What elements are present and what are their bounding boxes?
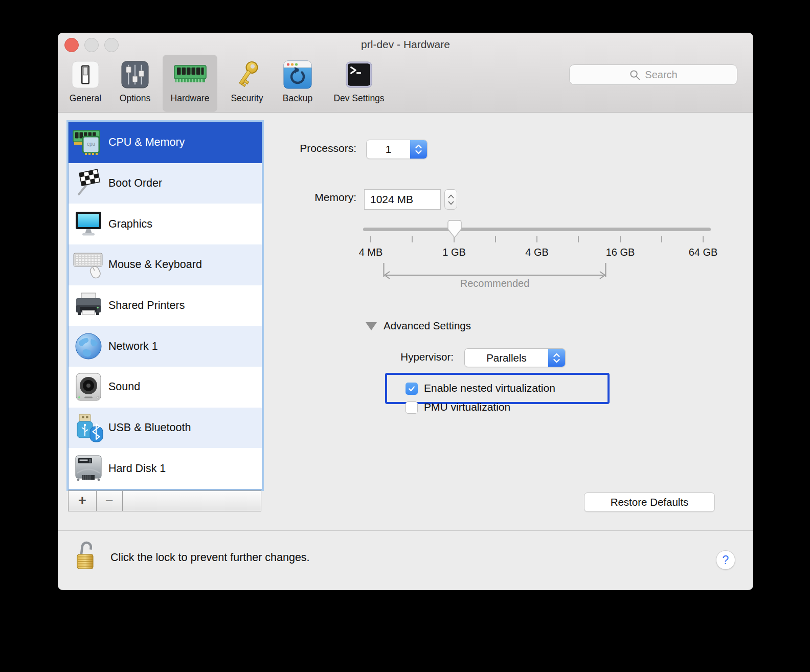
sidebar-item-label: Shared Printers: [108, 299, 185, 312]
recommended-label: Recommended: [383, 278, 606, 289]
terminal-icon: [345, 58, 373, 92]
sidebar-item-network-1[interactable]: Network 1: [69, 326, 262, 367]
hardware-device-list: cpu CPU & Memory Boot: [68, 122, 262, 489]
sidebar-item-boot-order[interactable]: Boot Order: [69, 163, 262, 204]
tab-label: Dev Settings: [333, 93, 384, 104]
graphics-monitor-icon: [69, 211, 108, 237]
tab-label: Backup: [283, 93, 312, 104]
add-device-button[interactable]: +: [69, 491, 97, 511]
remove-device-button[interactable]: −: [97, 491, 123, 511]
select-arrows-icon: [548, 349, 565, 367]
sidebar-item-label: Mouse & Keyboard: [108, 258, 202, 271]
footer-divider: [58, 530, 753, 531]
sidebar-item-label: Hard Disk 1: [108, 462, 166, 475]
tab-dev-settings[interactable]: Dev Settings: [327, 55, 391, 112]
speaker-icon: [69, 373, 108, 401]
printer-icon: [69, 292, 108, 320]
sidebar-item-mouse-keyboard[interactable]: Mouse & Keyboard: [69, 244, 262, 285]
processors-value: 1: [367, 140, 410, 159]
boot-flag-icon: [69, 169, 108, 198]
sidebar-item-sound[interactable]: Sound: [69, 367, 262, 408]
mouse-keyboard-icon: [69, 251, 108, 279]
search-placeholder: Search: [645, 69, 677, 81]
options-sliders-icon: [121, 58, 149, 92]
memory-slider-thumb[interactable]: [447, 220, 462, 240]
pmu-virtualization-label[interactable]: PMU virtualization: [424, 401, 510, 413]
sidebar-item-label: USB & Bluetooth: [108, 421, 191, 434]
slider-tick-label: 1 GB: [431, 247, 477, 258]
device-list-toolbar: + −: [68, 490, 261, 511]
cpu-memory-icon: cpu: [69, 128, 108, 157]
sidebar-item-label: Graphics: [108, 218, 152, 231]
vm-settings-window: prl-dev - Hardware General: [58, 33, 753, 590]
tab-label: Hardware: [171, 93, 210, 104]
hypervisor-select[interactable]: Parallels: [464, 348, 566, 367]
network-globe-icon: [69, 332, 108, 361]
usb-bluetooth-icon: [69, 413, 108, 443]
restore-defaults-button[interactable]: Restore Defaults: [584, 492, 715, 512]
toolbar: prl-dev - Hardware General: [58, 33, 753, 113]
hypervisor-value: Parallels: [465, 349, 548, 367]
lock-hint-text: Click the lock to prevent further change…: [110, 551, 310, 564]
help-button[interactable]: ?: [716, 550, 735, 570]
checkmark-icon: [408, 385, 416, 393]
search-input[interactable]: Search: [569, 64, 737, 85]
slider-tick-label: 4 MB: [348, 247, 394, 258]
sidebar-item-label: CPU & Memory: [108, 136, 185, 149]
key-icon: [233, 58, 261, 92]
sidebar-item-hard-disk-1[interactable]: Hard Disk 1: [69, 448, 262, 489]
ram-module-icon: [174, 58, 207, 92]
sidebar-item-shared-printers[interactable]: Shared Printers: [69, 285, 262, 326]
memory-input[interactable]: 1024 MB: [364, 189, 441, 210]
tab-label: Security: [231, 93, 263, 104]
tab-label: General: [70, 93, 101, 104]
pmu-virtualization-checkbox[interactable]: [406, 401, 418, 414]
slider-tick-label: 64 GB: [680, 247, 726, 258]
processors-label: Processors:: [254, 142, 356, 154]
memory-stepper[interactable]: [444, 189, 457, 210]
tab-options[interactable]: Options: [115, 55, 155, 112]
disclosure-triangle-icon[interactable]: [366, 322, 377, 330]
sidebar-item-label: Network 1: [108, 340, 158, 353]
search-icon: [629, 69, 641, 81]
nested-virtualization-label[interactable]: Enable nested virtualization: [424, 382, 555, 394]
stepper-down-icon: [448, 201, 454, 205]
sidebar-item-label: Boot Order: [108, 177, 162, 190]
backup-window-icon: [283, 58, 312, 92]
advanced-settings-label[interactable]: Advanced Settings: [384, 320, 471, 332]
unlocked-lock-icon[interactable]: [75, 540, 98, 573]
stepper-arrows-icon[interactable]: [410, 140, 427, 159]
cpu-chip-label: cpu: [87, 141, 95, 147]
hard-disk-icon: [69, 455, 108, 482]
memory-label: Memory:: [254, 191, 356, 204]
slider-tick-label: 16 GB: [597, 247, 643, 258]
hypervisor-label: Hypervisor:: [351, 351, 454, 363]
tab-security[interactable]: Security: [226, 55, 268, 112]
sidebar-item-usb-bluetooth[interactable]: USB & Bluetooth: [69, 408, 262, 449]
tab-general[interactable]: General: [65, 55, 106, 112]
recommended-range-indicator: [383, 263, 606, 279]
tab-label: Options: [120, 93, 150, 104]
tab-backup[interactable]: Backup: [276, 55, 319, 112]
sidebar-item-graphics[interactable]: Graphics: [69, 204, 262, 244]
sidebar-item-label: Sound: [108, 380, 140, 393]
general-switch-icon: [72, 58, 99, 92]
tab-hardware[interactable]: Hardware: [163, 55, 217, 112]
stepper-up-icon: [448, 194, 454, 198]
processors-stepper[interactable]: 1: [366, 140, 428, 159]
sidebar-item-cpu-memory[interactable]: cpu CPU & Memory: [69, 122, 262, 163]
slider-tick-label: 4 GB: [514, 247, 560, 258]
window-title: prl-dev - Hardware: [58, 38, 753, 51]
nested-virtualization-checkbox[interactable]: [406, 383, 418, 395]
memory-slider[interactable]: [363, 228, 711, 231]
